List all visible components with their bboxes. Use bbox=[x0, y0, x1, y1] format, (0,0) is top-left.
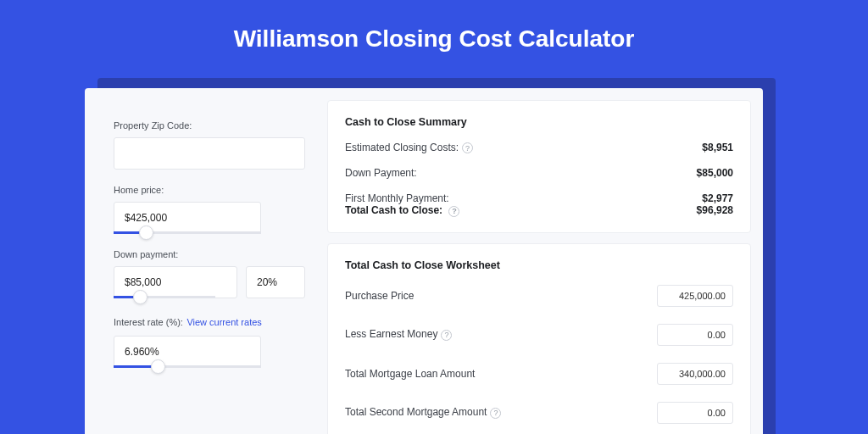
zip-input[interactable] bbox=[114, 137, 305, 170]
worksheet-row: Purchase Price425,000.00 bbox=[345, 285, 733, 307]
worksheet-panel: Total Cash to Close Worksheet Purchase P… bbox=[327, 243, 751, 434]
worksheet-row: Total Second Mortgage Amount?0.00 bbox=[345, 402, 733, 424]
summary-row-value: $85,000 bbox=[697, 167, 733, 179]
worksheet-row-label: Less Earnest Money bbox=[345, 328, 437, 340]
interest-slider-thumb[interactable] bbox=[151, 359, 165, 374]
home-price-label: Home price: bbox=[114, 185, 305, 195]
help-icon[interactable]: ? bbox=[448, 206, 459, 217]
help-icon[interactable]: ? bbox=[441, 330, 452, 341]
worksheet-row-label: Total Second Mortgage Amount bbox=[345, 406, 487, 418]
summary-row: First Monthly Payment:$2,977 bbox=[345, 192, 733, 204]
worksheet-row-label: Purchase Price bbox=[345, 290, 414, 302]
summary-total-label: Total Cash to Close: bbox=[345, 204, 442, 216]
home-price-field: Home price: bbox=[114, 185, 305, 234]
interest-label: Interest rate (%): bbox=[114, 317, 183, 327]
view-rates-link[interactable]: View current rates bbox=[186, 317, 261, 327]
interest-input[interactable] bbox=[114, 336, 261, 368]
down-payment-field: Down payment: bbox=[114, 249, 305, 298]
summary-panel: Cash to Close Summary Estimated Closing … bbox=[327, 100, 751, 233]
interest-field: Interest rate (%): View current rates bbox=[114, 314, 305, 368]
home-price-input[interactable] bbox=[114, 202, 261, 234]
calculator-card: Property Zip Code: Home price: Down paym… bbox=[85, 88, 763, 434]
summary-row-label: First Monthly Payment: bbox=[345, 192, 449, 204]
interest-slider[interactable] bbox=[114, 365, 261, 368]
zip-label: Property Zip Code: bbox=[114, 120, 305, 131]
home-price-slider[interactable] bbox=[114, 231, 261, 234]
down-payment-input[interactable] bbox=[114, 266, 237, 298]
summary-row-value: $8,951 bbox=[702, 142, 733, 153]
worksheet-row-label: Total Mortgage Loan Amount bbox=[345, 368, 475, 380]
summary-row-label: Down Payment: bbox=[345, 167, 417, 179]
summary-total-row: Total Cash to Close: ? $96,928 bbox=[345, 204, 733, 216]
down-payment-percent-input[interactable] bbox=[246, 266, 305, 298]
worksheet-row-value[interactable]: 425,000.00 bbox=[657, 285, 733, 307]
zip-field: Property Zip Code: bbox=[114, 120, 305, 170]
down-payment-label: Down payment: bbox=[114, 249, 305, 259]
summary-row: Down Payment:$85,000 bbox=[345, 167, 733, 179]
summary-row-label: Estimated Closing Costs: bbox=[345, 142, 459, 153]
help-icon[interactable]: ? bbox=[490, 408, 501, 419]
page-title: Williamson Closing Cost Calculator bbox=[0, 0, 868, 53]
worksheet-row-value[interactable]: 0.00 bbox=[657, 402, 733, 424]
worksheet-row-value[interactable]: 0.00 bbox=[657, 324, 733, 346]
worksheet-row-value[interactable]: 340,000.00 bbox=[657, 363, 733, 385]
worksheet-row: Less Earnest Money?0.00 bbox=[345, 324, 733, 346]
summary-row-value: $2,977 bbox=[702, 192, 733, 204]
down-payment-slider[interactable] bbox=[114, 296, 215, 298]
down-payment-slider-thumb[interactable] bbox=[133, 290, 147, 304]
summary-row: Estimated Closing Costs:?$8,951 bbox=[345, 142, 733, 153]
home-price-slider-thumb[interactable] bbox=[139, 225, 153, 240]
inputs-panel: Property Zip Code: Home price: Down paym… bbox=[85, 88, 322, 434]
worksheet-row: Total Mortgage Loan Amount340,000.00 bbox=[345, 363, 733, 385]
help-icon[interactable]: ? bbox=[462, 142, 473, 153]
summary-heading: Cash to Close Summary bbox=[345, 116, 733, 128]
worksheet-heading: Total Cash to Close Worksheet bbox=[345, 259, 733, 271]
summary-total-value: $96,928 bbox=[697, 204, 733, 216]
results-panel: Cash to Close Summary Estimated Closing … bbox=[322, 88, 763, 434]
